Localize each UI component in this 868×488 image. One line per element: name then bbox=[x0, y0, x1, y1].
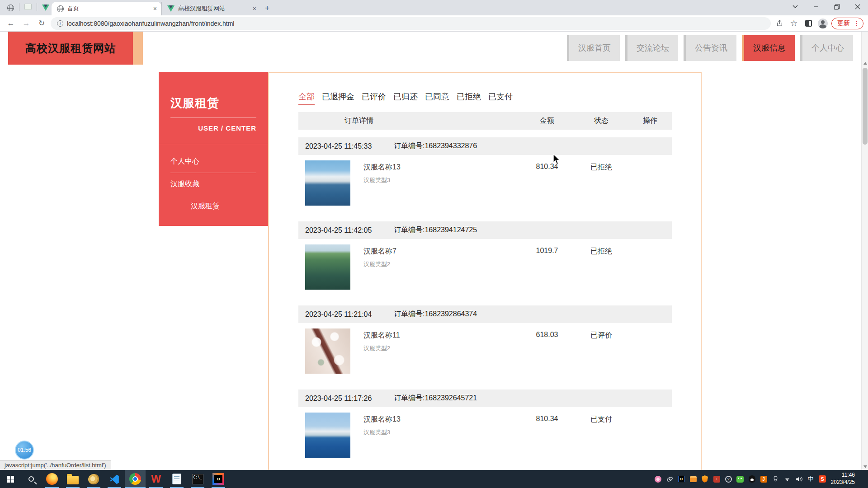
tray-window-icon[interactable] bbox=[689, 475, 697, 483]
taskbar-chrome[interactable] bbox=[125, 470, 146, 488]
hanfu-photo[interactable] bbox=[305, 328, 350, 374]
pinned-tab-vue[interactable] bbox=[40, 2, 52, 14]
start-button[interactable] bbox=[0, 470, 21, 488]
content-area: 汉服租赁 USER / CENTER 个人中心 汉服收藏 汉服租赁 全部 已退押… bbox=[159, 72, 868, 470]
scroll-up-icon[interactable] bbox=[862, 60, 868, 66]
restore-icon[interactable] bbox=[826, 0, 847, 14]
filter-returned[interactable]: 已归还 bbox=[393, 91, 418, 105]
order-group: 2023-04-25 11:45:33 订单编号:1682394332876 汉… bbox=[298, 137, 672, 214]
order-row[interactable]: 汉服名称11 汉服类型2 618.03 已评价 bbox=[298, 323, 672, 382]
tray-shield-icon[interactable] bbox=[701, 475, 709, 483]
filter-rejected[interactable]: 已拒绝 bbox=[457, 91, 481, 105]
chrome-update-button[interactable]: 更新 ⋮ bbox=[831, 18, 863, 29]
tray-ime-language-icon[interactable]: 中 bbox=[807, 475, 815, 483]
refresh-icon[interactable]: ↻ bbox=[35, 17, 48, 30]
taskbar-firefox[interactable] bbox=[42, 470, 62, 488]
tray-red-badge-icon[interactable]: ◦ bbox=[713, 475, 721, 483]
chrome-icon bbox=[129, 473, 141, 485]
sidebar-rule bbox=[170, 117, 256, 118]
nav-item-forum[interactable]: 交流论坛 bbox=[625, 35, 678, 61]
order-row[interactable]: 汉服名称13 汉服类型3 810.34 已支付 bbox=[298, 407, 672, 466]
windows-logo-icon bbox=[7, 476, 14, 483]
sidebar-item-personal-center[interactable]: 个人中心 bbox=[170, 150, 256, 173]
share-icon[interactable] bbox=[774, 18, 785, 29]
taskbar-wps[interactable]: W bbox=[146, 470, 166, 488]
taskbar-intellij[interactable]: IJ bbox=[208, 470, 229, 488]
hanfu-photo[interactable] bbox=[305, 244, 350, 290]
hanfu-type: 汉服类型2 bbox=[363, 260, 396, 268]
update-label: 更新 bbox=[837, 19, 850, 28]
site-info-icon[interactable]: i bbox=[57, 20, 63, 27]
order-number: 订单编号:1682392864374 bbox=[394, 310, 477, 319]
filter-approved[interactable]: 已同意 bbox=[425, 91, 449, 105]
order-group-header: 2023-04-25 11:45:33 订单编号:1682394332876 bbox=[298, 137, 672, 155]
tray-wifi-icon[interactable] bbox=[783, 475, 791, 483]
sidebar-item-hanfu-rental[interactable]: 汉服租赁 bbox=[170, 195, 256, 217]
taskbar-file-explorer[interactable] bbox=[62, 470, 83, 488]
tab-close-icon[interactable]: × bbox=[153, 5, 157, 12]
chevron-down-icon[interactable] bbox=[785, 0, 806, 14]
tray-steering-wheel-icon[interactable]: Y bbox=[725, 475, 732, 483]
order-row[interactable]: 汉服名称13 汉服类型3 810.34 已拒绝 bbox=[298, 155, 672, 214]
nav-item-announcements[interactable]: 公告资讯 bbox=[684, 35, 736, 61]
tray-satellite-icon[interactable] bbox=[666, 475, 674, 483]
sidebar-item-hanfu-favorites[interactable]: 汉服收藏 bbox=[170, 173, 256, 195]
profile-avatar[interactable] bbox=[817, 18, 829, 29]
order-row[interactable]: 汉服名称7 汉服类型2 1019.7 已拒绝 bbox=[298, 239, 672, 298]
minimize-icon[interactable] bbox=[806, 0, 826, 14]
filter-reviewed[interactable]: 已评价 bbox=[362, 91, 386, 105]
filter-all[interactable]: 全部 bbox=[298, 91, 315, 105]
scroll-down-icon[interactable] bbox=[862, 463, 868, 470]
browser-tab-home[interactable]: 首页 × bbox=[52, 2, 161, 15]
recording-timer-bubble[interactable]: 01:56 bbox=[15, 441, 34, 460]
taskbar-clock[interactable]: 11:46 2023/4/25 bbox=[831, 472, 859, 486]
tray-usb-icon[interactable] bbox=[772, 475, 779, 483]
tray-qq-icon[interactable] bbox=[748, 475, 756, 483]
vertical-scrollbar[interactable] bbox=[861, 32, 868, 470]
taskbar-navicat[interactable] bbox=[83, 470, 104, 488]
nav-item-personal-center[interactable]: 个人中心 bbox=[800, 35, 853, 61]
back-icon[interactable]: ← bbox=[5, 17, 17, 30]
hanfu-photo[interactable] bbox=[305, 160, 350, 206]
col-amount: 金额 bbox=[520, 116, 574, 126]
hanfu-type: 汉服类型3 bbox=[363, 176, 401, 184]
tray-wechat-icon[interactable] bbox=[736, 475, 744, 483]
hanfu-info: 汉服名称13 汉服类型3 bbox=[363, 163, 401, 206]
top-navigation: 汉服首页 交流论坛 公告资讯 汉服信息 个人中心 bbox=[567, 35, 853, 61]
tray-java-icon[interactable]: J bbox=[760, 475, 768, 483]
scrollbar-thumb[interactable] bbox=[863, 68, 868, 145]
filter-deposit-refunded[interactable]: 已退押金 bbox=[322, 91, 354, 105]
tray-volume-icon[interactable] bbox=[795, 475, 803, 483]
filter-paid[interactable]: 已支付 bbox=[488, 91, 513, 105]
nav-item-hanfu-home[interactable]: 汉服首页 bbox=[567, 35, 620, 61]
close-icon[interactable] bbox=[847, 0, 868, 14]
tab-title: 高校汉服租赁网站 bbox=[178, 5, 249, 13]
hanfu-photo[interactable] bbox=[305, 413, 350, 458]
address-bar[interactable]: i localhost:8080/gaoxiaohanfuzulinwangzh… bbox=[51, 17, 771, 30]
taskbar-vscode[interactable] bbox=[104, 470, 125, 488]
tab-close-icon[interactable]: × bbox=[253, 5, 256, 12]
tray-sogou-icon[interactable]: S bbox=[819, 475, 826, 483]
order-number: 订单编号:1682392645721 bbox=[394, 394, 477, 403]
pinned-tab-blank[interactable] bbox=[22, 2, 34, 14]
url-text[interactable]: localhost:8080/gaoxiaohanfuzulinwangzhan… bbox=[67, 20, 234, 27]
taskbar-cmd[interactable]: C:\_ bbox=[187, 470, 208, 488]
pinned-tab-globe[interactable] bbox=[5, 2, 16, 14]
sidebar-subtitle: USER / CENTER bbox=[170, 124, 256, 144]
forward-icon[interactable]: → bbox=[20, 17, 33, 30]
tray-icons: IJ ◦ Y J 中 S bbox=[654, 475, 826, 483]
kebab-menu-icon[interactable]: ⋮ bbox=[854, 20, 859, 27]
taskbar-search-button[interactable] bbox=[21, 470, 42, 488]
bookmark-star-icon[interactable]: ☆ bbox=[788, 18, 800, 29]
new-tab-button[interactable]: + bbox=[261, 2, 274, 14]
navicat-icon bbox=[88, 474, 99, 484]
nav-item-hanfu-info[interactable]: 汉服信息 bbox=[742, 35, 795, 61]
side-panel-icon[interactable] bbox=[802, 18, 814, 29]
taskbar-notepad[interactable] bbox=[166, 470, 187, 488]
windows-taskbar: W C:\_ IJ IJ ◦ Y J 中 S bbox=[0, 470, 868, 488]
triangle-down bbox=[863, 465, 867, 468]
order-time: 2023-04-25 11:42:05 bbox=[305, 226, 377, 235]
browser-tab-site[interactable]: 高校汉服租赁网站 × bbox=[161, 2, 261, 15]
tray-intellij-icon[interactable]: IJ bbox=[678, 475, 685, 483]
tray-flower-icon[interactable] bbox=[654, 475, 662, 483]
